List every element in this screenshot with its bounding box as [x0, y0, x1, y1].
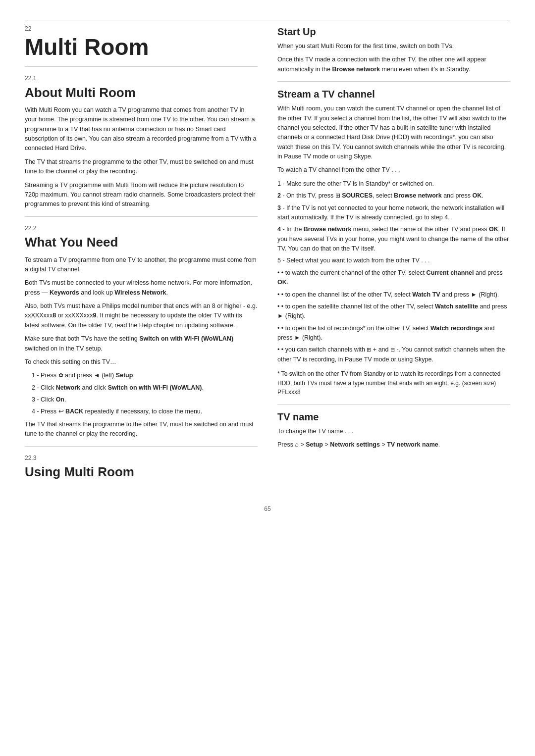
right-arrow-icon-4: ►	[294, 334, 300, 341]
page-layout: 22 Multi Room 22.1 About Multi Room With…	[25, 24, 510, 485]
step4-num: 4	[277, 226, 281, 233]
whatyouneed-p4: Make sure that both TVs have the setting…	[25, 334, 258, 353]
channel-minus-icon: ⊟	[390, 347, 395, 353]
right-column: Start Up When you start Multi Room for t…	[277, 24, 510, 485]
whatyouneed-p5: To check this setting on this TV…	[25, 357, 258, 367]
whatyouneed-p3: Also, both TVs must have a Philips model…	[25, 302, 258, 330]
back-icon: ↩	[58, 408, 64, 415]
p3-mid: or xxXXXxxx	[56, 312, 93, 319]
step2-num: 2	[277, 192, 281, 199]
stream-step1: 1 - Make sure the other TV is in Standby…	[277, 179, 510, 189]
stream-intro: To watch a TV channel from the other TV …	[277, 165, 510, 175]
section-whatyouneed-title: What You Need	[25, 235, 258, 250]
startup-p2-post: menu even when it's in Standby.	[380, 66, 470, 73]
wireless-network-label: Wireless Network	[114, 289, 166, 296]
whatyouneed-p1: To stream a TV programme from one TV to …	[25, 255, 258, 275]
startup-divider	[277, 81, 510, 82]
channel-plus-icon: ⊞	[367, 347, 371, 353]
sources-icon: ⊞	[335, 192, 340, 199]
stream-bullet1: • to watch the current channel of the ot…	[277, 268, 510, 288]
keywords-dash-icon: —	[42, 289, 48, 296]
stream-title: Stream a TV channel	[277, 89, 510, 100]
section-usingmultiroom-title: Using Multi Room	[25, 464, 258, 480]
p4-post: switched on in the TV setup.	[25, 345, 103, 352]
p3-b2: 9	[93, 312, 97, 319]
about-p1: With Multi Room you can watch a TV progr…	[25, 105, 258, 153]
about-p2: The TV that streams the programme to the…	[25, 157, 258, 177]
tvname-p2: Press ⌂ > Setup > Network settings > TV …	[277, 440, 510, 450]
p4-pre: Make sure that both TVs have the setting	[25, 335, 139, 342]
section-22-2-number: 22.2	[25, 224, 258, 233]
section-22-3-number: 22.3	[25, 454, 258, 463]
whatyouneed-divider	[25, 446, 258, 447]
stream-step5: 5 - Select what you want to watch from t…	[277, 256, 510, 265]
stream-bullet4: • to open the list of recordings* on the…	[277, 324, 510, 343]
check-item-2: 2 - Click Network and click Switch on wi…	[32, 383, 258, 393]
left-column: 22 Multi Room 22.1 About Multi Room With…	[25, 24, 258, 485]
browse-network-label: Browse network	[332, 66, 380, 73]
check-item-4: 4 - Press ↩ BACK repeatedly if necessary…	[32, 407, 258, 416]
section-about-title: About Multi Room	[25, 85, 258, 101]
stream-step2: 2 - On this TV, press ⊞ SOURCES, select …	[277, 191, 510, 201]
whatyouneed-p6: The TV that streams the programme to the…	[25, 420, 258, 439]
startup-p2: Once this TV made a connection with the …	[277, 55, 510, 74]
stream-step4: 4 - In the Browse network menu, select t…	[277, 225, 510, 253]
top-divider	[25, 20, 510, 20]
stream-bullet2: • to open the channel list of the other …	[277, 290, 510, 300]
stream-bullet5: • you can switch channels with ⊞ + and ⊟…	[277, 345, 510, 364]
check-item-3: 3 - Click On.	[32, 395, 258, 404]
check-item-1: 1 - Press ✿ and press ◄ (left) Setup.	[32, 371, 258, 380]
gear-icon: ✿	[58, 372, 63, 379]
home-icon: ⌂	[295, 441, 299, 448]
section-22-1-number: 22.1	[25, 74, 258, 83]
whatyouneed-p2: Both TVs must be connected to your wirel…	[25, 278, 258, 298]
left-arrow-icon: ◄	[94, 372, 100, 379]
stream-step3: 3 - If the TV is not yet connected to yo…	[277, 203, 510, 223]
startup-p1: When you start Multi Room for the first …	[277, 42, 510, 51]
p4-bold: Switch on with Wi-Fi (WoWLAN)	[139, 335, 233, 342]
whatyouneed-p2-post: and look up	[79, 289, 115, 296]
stream-bullet3: • to open the satellite channel list of …	[277, 302, 510, 321]
startup-title: Start Up	[277, 26, 510, 38]
stream-footnote: * To switch on the other TV from Standby…	[277, 369, 510, 397]
tvname-p1: To change the TV name . . .	[277, 427, 510, 436]
stream-p1: With Multi room, you can watch the curre…	[277, 104, 510, 161]
keywords-label: Keywords	[48, 289, 79, 296]
about-p3: Streaming a TV programme with Multi Room…	[25, 181, 258, 209]
title-divider	[25, 66, 258, 67]
step3-num: 3	[277, 204, 281, 211]
about-divider	[25, 216, 258, 217]
stream-divider	[277, 404, 510, 404]
check-list: 1 - Press ✿ and press ◄ (left) Setup. 2 …	[25, 371, 258, 417]
right-arrow-icon-2: ►	[471, 291, 477, 298]
page-title: Multi Room	[25, 35, 258, 60]
chapter-number: 22	[25, 24, 258, 34]
tvname-title: TV name	[277, 411, 510, 423]
page-number: 65	[25, 504, 510, 514]
whatyouneed-p2-end: .	[166, 289, 167, 296]
right-arrow-icon-3: ►	[277, 312, 283, 319]
